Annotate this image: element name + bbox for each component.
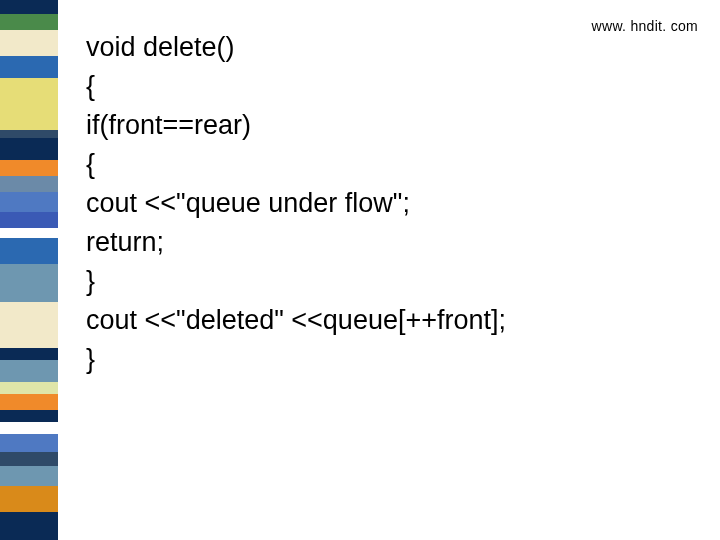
code-line: cout <<"deleted" <<queue[++front];	[86, 301, 696, 340]
decorative-stripe	[0, 14, 58, 30]
decorative-stripe	[0, 360, 58, 382]
decorative-stripe	[0, 486, 58, 512]
decorative-stripe	[0, 466, 58, 486]
decorative-stripe	[0, 512, 58, 540]
decorative-stripe	[0, 78, 58, 130]
code-line: if(front==rear)	[86, 106, 696, 145]
code-line: void delete()	[86, 28, 696, 67]
decorative-stripe	[0, 382, 58, 394]
decorative-stripe	[0, 348, 58, 360]
decorative-stripe	[0, 30, 58, 56]
decorative-stripe	[0, 176, 58, 192]
code-line: }	[86, 262, 696, 301]
code-line: cout <<"queue under flow";	[86, 184, 696, 223]
decorative-stripe	[0, 452, 58, 466]
decorative-stripe	[0, 422, 58, 434]
code-line: {	[86, 67, 696, 106]
decorative-stripe	[0, 130, 58, 138]
decorative-stripe	[0, 264, 58, 302]
decorative-stripe	[0, 192, 58, 212]
decorative-sidebar	[0, 0, 58, 540]
decorative-stripe	[0, 0, 58, 14]
code-block: void delete(){if(front==rear){cout <<"qu…	[86, 28, 696, 379]
decorative-stripe	[0, 394, 58, 410]
decorative-stripe	[0, 212, 58, 228]
decorative-stripe	[0, 410, 58, 422]
decorative-stripe	[0, 228, 58, 238]
decorative-stripe	[0, 302, 58, 348]
decorative-stripe	[0, 56, 58, 78]
code-line: return;	[86, 223, 696, 262]
code-line: }	[86, 340, 696, 379]
code-line: {	[86, 145, 696, 184]
decorative-stripe	[0, 238, 58, 264]
decorative-stripe	[0, 138, 58, 160]
decorative-stripe	[0, 434, 58, 452]
decorative-stripe	[0, 160, 58, 176]
